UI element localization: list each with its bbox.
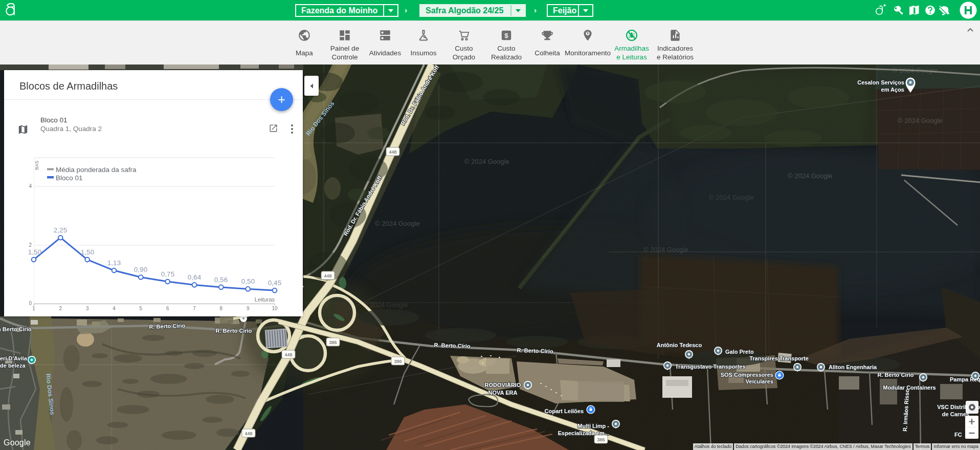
svg-text:386: 386: [597, 437, 605, 442]
svg-text:448: 448: [324, 273, 331, 278]
svg-text:Antônio Tedesco: Antônio Tedesco: [657, 342, 702, 348]
svg-text:9: 9: [247, 306, 250, 311]
svg-text:© 2024 Google: © 2024 Google: [788, 172, 833, 180]
svg-text:386: 386: [394, 359, 402, 364]
svg-text:$: $: [504, 32, 508, 39]
svg-text:Veículares: Veículares: [746, 378, 773, 384]
svg-text:386: 386: [329, 340, 337, 345]
svg-text:FC: FC: [954, 432, 962, 438]
svg-text:de Carnes: de Carnes: [942, 411, 969, 417]
svg-text:© 2024 Google: © 2024 Google: [893, 67, 938, 74]
svg-text:RODOVIÁRIO: RODOVIÁRIO: [485, 382, 521, 388]
svg-text:1: 1: [32, 306, 35, 311]
svg-text:R. Berto Círio: R. Berto Círio: [878, 372, 914, 378]
svg-text:R. Berto Círio: R. Berto Círio: [517, 347, 553, 354]
svg-text:Transpires Transporte: Transpires Transporte: [749, 355, 809, 361]
svg-text:Transgustavo Transportes: Transgustavo Transportes: [675, 363, 746, 370]
svg-text:NOVA ERA: NOVA ERA: [488, 390, 518, 396]
svg-text:2,25: 2,25: [54, 226, 67, 234]
svg-text:1,50: 1,50: [81, 248, 94, 256]
svg-text:0,90: 0,90: [134, 266, 147, 273]
svg-text:6: 6: [166, 306, 169, 311]
svg-text:Média ponderada da safra: Média ponderada da safra: [56, 166, 137, 174]
svg-text:Leituras: Leituras: [255, 296, 275, 303]
svg-text:0,50: 0,50: [241, 277, 255, 285]
svg-text:Aliton Engenharia: Aliton Engenharia: [829, 364, 877, 370]
svg-text:4: 4: [113, 306, 116, 311]
svg-text:5: 5: [140, 306, 143, 311]
svg-text:de beleza: de beleza: [0, 362, 26, 369]
svg-text:Modular Containers: Modular Containers: [883, 384, 936, 391]
svg-text:© 2024 Google: © 2024 Google: [898, 117, 943, 124]
svg-text:448: 448: [244, 431, 252, 436]
svg-text:7: 7: [193, 306, 196, 311]
svg-text:0,45: 0,45: [268, 279, 281, 287]
svg-text:BAS: BAS: [34, 161, 39, 170]
svg-text:1,13: 1,13: [107, 259, 121, 267]
svg-text:1,50: 1,50: [28, 248, 41, 256]
svg-text:8: 8: [220, 306, 223, 311]
svg-text:448: 448: [284, 352, 292, 357]
svg-text:© 2024 Google: © 2024 Google: [643, 246, 688, 253]
svg-text:10: 10: [272, 306, 278, 311]
svg-text:0,75: 0,75: [161, 270, 174, 278]
svg-text:4: 4: [29, 183, 32, 189]
svg-text:2: 2: [29, 242, 32, 248]
svg-text:2: 2: [59, 306, 62, 311]
svg-text:Bloco 01: Bloco 01: [56, 174, 83, 182]
svg-text:© 2024 Google: © 2024 Google: [375, 220, 420, 227]
svg-text:0,64: 0,64: [188, 273, 202, 281]
svg-text:SOS Compressores: SOS Compressores: [721, 372, 773, 378]
svg-text:R. Berto Círio: R. Berto Círio: [149, 323, 186, 330]
svg-text:Galo Preto: Galo Preto: [725, 349, 754, 355]
svg-text:3: 3: [86, 306, 89, 311]
svg-text:Cesalon Serviços: Cesalon Serviços: [857, 79, 904, 85]
svg-text:Copart Leilões: Copart Leilões: [545, 408, 584, 414]
svg-text:R. Berto Círio: R. Berto Círio: [434, 342, 471, 349]
svg-text:© 2024 Google: © 2024 Google: [363, 301, 408, 309]
svg-text:R. Berto Círio: R. Berto Círio: [216, 328, 252, 334]
svg-text:0,56: 0,56: [214, 276, 228, 284]
svg-text:em Aços: em Aços: [881, 87, 904, 93]
svg-text:0: 0: [29, 301, 32, 306]
svg-text:Multi Limp -: Multi Limp -: [577, 423, 609, 429]
svg-text:© 2024 Google: © 2024 Google: [464, 158, 509, 165]
svg-text:448: 448: [389, 149, 396, 155]
svg-text:eri D'Avila: eri D'Avila: [0, 355, 28, 361]
svg-text:m Berto Círio: m Berto Círio: [0, 326, 32, 332]
svg-text:© 2024 Google: © 2024 Google: [709, 194, 754, 201]
